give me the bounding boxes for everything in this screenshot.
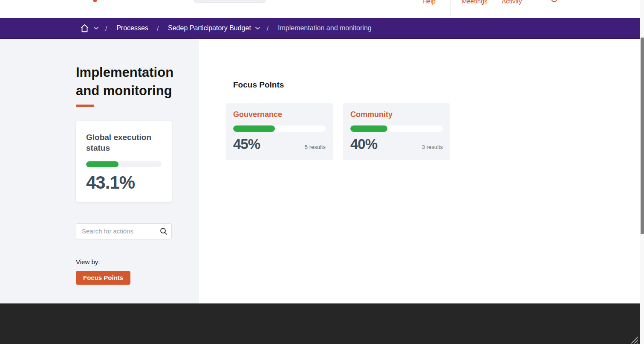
header-divider [450,0,451,16]
focus-point-link[interactable]: Gouvernance [233,110,326,119]
header-divider [536,0,536,16]
breadcrumb-separator: / [105,25,107,32]
focus-point-progress-fill [233,125,275,132]
focus-point-link[interactable]: Community [350,110,443,119]
search-input[interactable] [76,223,172,239]
focus-point-progress-bar [233,125,326,132]
chevron-down-icon[interactable] [94,27,98,30]
breadcrumb: / Processes / Sedep Participatory Budget… [0,18,640,39]
page: Help Meetings Activity / Processes / Sed… [0,0,644,344]
focus-point-progress-bar [350,125,443,132]
focus-point-progress-fill [350,125,387,132]
scrollbar-track[interactable] [640,0,644,344]
breadcrumb-item-current: Implementation and monitoring [278,24,372,32]
actions-search [76,223,172,239]
global-search-input[interactable] [193,0,266,3]
main-content: Focus Points Gouvernance 45% 5 results C… [199,39,640,303]
header-link-meetings[interactable]: Meetings [462,0,488,5]
top-header: Help Meetings Activity [0,0,640,18]
breadcrumb-separator: / [267,25,269,32]
global-progress-fill [86,161,118,167]
resize-grip-icon[interactable] [630,336,638,344]
chevron-down-icon[interactable] [255,27,260,30]
site-logo-icon[interactable] [93,0,97,2]
footer: anarres Decidim Home My account Configur… [0,303,640,344]
status-card-title: Global execution status [86,132,162,154]
scrollbar-thumb[interactable] [641,38,644,234]
breadcrumb-item-process[interactable]: Sedep Participatory Budget [168,24,251,32]
header-link-help[interactable]: Help [422,0,436,5]
focus-points-cards: Gouvernance 45% 5 results Community 40% … [226,103,640,160]
title-accent-rule [76,105,94,107]
breadcrumb-separator: / [157,25,159,32]
focus-point-card-gouvernance: Gouvernance 45% 5 results [226,103,333,160]
global-progress-value: 43.1% [86,172,162,193]
breadcrumb-item-processes[interactable]: Processes [116,24,148,32]
focus-points-heading: Focus Points [233,80,640,90]
global-execution-status-card: Global execution status 43.1% [76,121,172,202]
search-icon[interactable] [160,227,167,237]
header-link-activity[interactable]: Activity [502,0,522,5]
focus-point-progress-value: 40% [350,136,377,152]
focus-point-results-count: 3 results [422,144,443,152]
sidebar: Implementation and monitoring Global exe… [0,39,199,303]
view-by-label: View by: [76,258,190,265]
home-icon[interactable] [80,23,90,33]
page-title: Implementation and monitoring [76,64,192,100]
language-globe-icon[interactable] [551,0,557,2]
focus-points-filter-button[interactable]: Focus Points [76,271,130,285]
global-progress-bar [86,161,162,167]
focus-point-card-community: Community 40% 3 results [343,103,450,160]
focus-point-progress-value: 45% [233,136,260,152]
focus-point-results-count: 5 results [305,144,326,152]
